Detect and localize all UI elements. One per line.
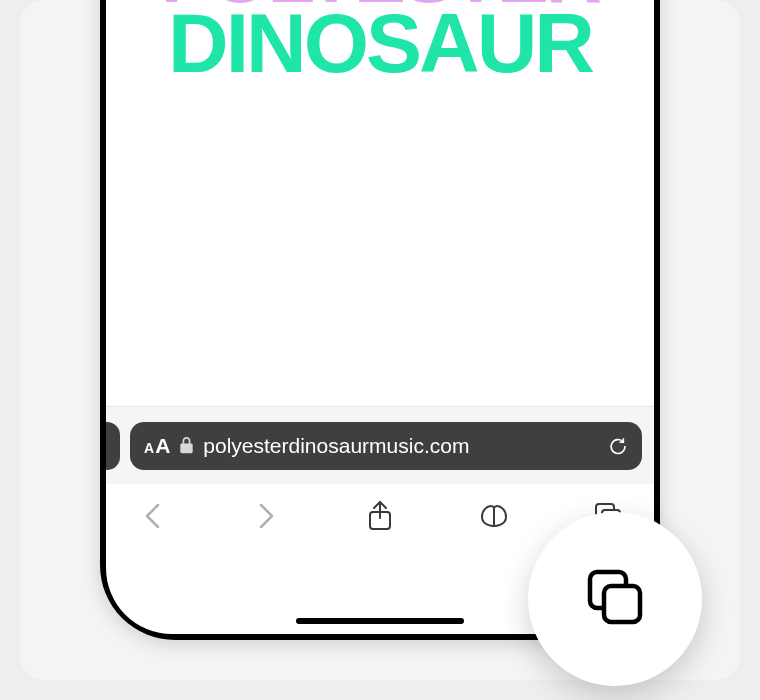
reader-text-size-button[interactable]: A A bbox=[144, 434, 170, 458]
forward-button[interactable] bbox=[246, 496, 286, 536]
callout-tabs-highlight bbox=[528, 512, 702, 686]
lock-icon bbox=[180, 437, 193, 454]
text-size-small-a: A bbox=[144, 440, 154, 456]
share-button[interactable] bbox=[360, 496, 400, 536]
hero-title-line2: DINOSAUR bbox=[106, 5, 654, 82]
svg-rect-4 bbox=[604, 586, 640, 622]
tabs-icon bbox=[582, 564, 648, 634]
webpage-content[interactable]: POLYESTER DINOSAUR bbox=[106, 0, 654, 406]
url-text: polyesterdinosaurmusic.com bbox=[203, 434, 469, 458]
address-bar[interactable]: A A polyesterdinosaurmusic.com bbox=[130, 422, 642, 470]
back-button[interactable] bbox=[132, 496, 172, 536]
previous-tab-peek[interactable] bbox=[106, 422, 120, 470]
bookmarks-button[interactable] bbox=[474, 496, 514, 536]
home-indicator[interactable] bbox=[296, 618, 464, 624]
text-size-big-a: A bbox=[155, 434, 170, 458]
card-background: POLYESTER DINOSAUR A A polyesterdinosaur bbox=[20, 0, 740, 680]
refresh-icon[interactable] bbox=[608, 433, 628, 459]
addressbar-zone: A A polyesterdinosaurmusic.com bbox=[106, 406, 654, 484]
